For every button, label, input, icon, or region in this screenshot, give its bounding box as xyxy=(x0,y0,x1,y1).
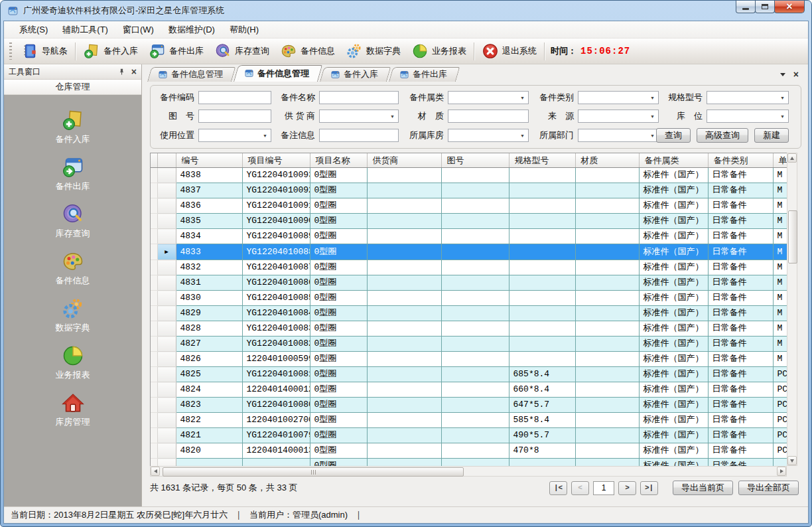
menu-item-1[interactable]: 辅助工具(T) xyxy=(55,22,115,38)
form-field-0-1[interactable] xyxy=(319,91,399,104)
table-row[interactable]: 4828YG122040100830型圈标准件（国产）日常备件M xyxy=(151,321,787,337)
menu-item-0[interactable]: 系统(S) xyxy=(12,22,55,38)
column-header-7[interactable]: 备件属类 xyxy=(639,153,708,168)
sidebar-item-gears[interactable]: 数据字典 xyxy=(27,297,119,334)
scroll-up-icon[interactable] xyxy=(787,153,797,163)
form-field-0-0[interactable] xyxy=(198,91,271,104)
horizontal-scrollbar[interactable] xyxy=(150,466,787,477)
row-selector-cell[interactable] xyxy=(157,459,176,467)
toolbar-item-exit[interactable]: 退出系统 xyxy=(476,40,542,62)
toolbar-item-part-in[interactable]: 备件入库 xyxy=(78,40,143,62)
table-row[interactable]: 0型圈标准件（国产）日常备件 xyxy=(151,459,787,467)
form-combo-1-4[interactable] xyxy=(707,110,789,123)
close-button[interactable]: × xyxy=(774,1,805,13)
export-current-page-button[interactable]: 导出当前页 xyxy=(673,481,733,495)
minimize-button[interactable] xyxy=(736,1,756,13)
table-row[interactable]: 4831YG122040100860型圈标准件（国产）日常备件M xyxy=(151,275,787,291)
row-selector-cell[interactable] xyxy=(157,260,176,275)
maximize-button[interactable] xyxy=(755,1,775,13)
column-header-3[interactable]: 供货商 xyxy=(367,153,441,168)
row-selector-cell[interactable] xyxy=(157,214,176,229)
table-row[interactable]: 482012204014000130型圈470*8标准件（国产）日常备件PC xyxy=(151,443,787,459)
row-selector-cell[interactable] xyxy=(157,168,176,183)
column-header-2[interactable]: 项目名称 xyxy=(310,153,367,168)
table-row[interactable]: 4827YG122040100820型圈标准件（国产）日常备件M xyxy=(151,337,787,352)
form-combo-1-1[interactable] xyxy=(319,110,399,123)
table-row[interactable]: 4833YG122040100880型圈标准件（国产）日常备件M xyxy=(151,244,787,260)
sidebar-item-pie[interactable]: 业务报表 xyxy=(27,344,119,381)
form-field-1-0[interactable] xyxy=(198,110,271,123)
table-row[interactable]: 4836YG122040100910型圈标准件（国产）日常备件M xyxy=(151,198,787,214)
form-combo-2-3[interactable] xyxy=(578,129,659,142)
table-row[interactable]: 4832YG122040100870型圈标准件（国产）日常备件M xyxy=(151,260,787,275)
pin-icon[interactable] xyxy=(117,68,126,76)
table-row[interactable]: 482212204010027000型圈585*8.4标准件（国产）日常备件PC xyxy=(151,413,787,428)
row-selector-cell[interactable] xyxy=(157,413,176,428)
column-header-9[interactable]: 单位 xyxy=(773,153,787,168)
export-all-pages-button[interactable]: 导出全部页 xyxy=(738,481,799,495)
new-button[interactable]: 新建 xyxy=(754,128,789,143)
scroll-right-icon[interactable] xyxy=(777,467,786,476)
menu-item-2[interactable]: 窗口(W) xyxy=(115,22,161,38)
sidebar-item-palette[interactable]: 备件信息 xyxy=(27,250,119,287)
row-selector-cell[interactable] xyxy=(157,382,176,398)
table-row[interactable]: 4837YG122040100920型圈标准件（国产）日常备件M xyxy=(151,183,787,198)
form-combo-2-2[interactable] xyxy=(448,129,529,142)
menu-item-3[interactable]: 数据维护(D) xyxy=(161,22,222,38)
first-page-button[interactable]: |< xyxy=(549,481,567,495)
row-selector-cell[interactable] xyxy=(157,198,176,214)
form-field-1-2[interactable] xyxy=(448,110,529,123)
row-selector-cell[interactable] xyxy=(157,367,176,382)
tab-list-dropdown-icon[interactable] xyxy=(780,73,785,76)
query-button[interactable]: 查询 xyxy=(656,128,691,143)
toolbar-item-palette[interactable]: 备件信息 xyxy=(275,40,340,62)
row-selector-cell[interactable] xyxy=(157,229,176,244)
row-selector-cell[interactable] xyxy=(157,183,176,198)
scroll-down-icon[interactable] xyxy=(787,456,797,465)
tab-close-icon[interactable]: × xyxy=(793,71,799,78)
toolbar-item-pie[interactable]: 业务报表 xyxy=(406,40,472,62)
form-combo-1-3[interactable] xyxy=(578,110,659,123)
tab-0[interactable]: 备件信息管理 xyxy=(147,67,232,82)
next-page-button[interactable]: > xyxy=(618,481,636,495)
tab-1[interactable]: 备件信息管理 xyxy=(234,65,318,82)
table-row[interactable]: 482412204014000120型圈660*8.4标准件（国产）日常备件PC xyxy=(151,382,787,398)
table-row[interactable]: 4834YG122040100890型圈标准件（国产）日常备件M xyxy=(151,229,787,244)
table-row[interactable]: 4823YG122040100800型圈647*5.7标准件（国产）日常备件PC xyxy=(151,398,787,413)
scroll-left-icon[interactable] xyxy=(151,467,160,476)
sidebar-item-home[interactable]: 库房管理 xyxy=(27,391,119,428)
table-row[interactable]: 4821YG122040100790型圈490*5.7标准件（国产）日常备件PC xyxy=(151,428,787,443)
tab-2[interactable]: 备件入库 xyxy=(320,67,387,82)
row-selector-cell[interactable] xyxy=(157,352,176,367)
toolbar-item-gears[interactable]: 数据字典 xyxy=(340,40,406,62)
table-row[interactable]: 4830YG122040100850型圈标准件（国产）日常备件M xyxy=(151,291,787,306)
sidebar-item-search[interactable]: 库存查询 xyxy=(27,202,119,240)
row-selector-cell[interactable] xyxy=(157,398,176,413)
row-selector-cell[interactable] xyxy=(157,428,176,443)
column-header-0[interactable]: 编号 xyxy=(176,153,242,168)
sidebar-item-part-out[interactable]: 备件出库 xyxy=(27,155,119,192)
column-header-6[interactable]: 材质 xyxy=(575,153,639,168)
form-combo-0-4[interactable] xyxy=(707,91,789,104)
row-selector-cell[interactable] xyxy=(157,337,176,352)
row-selector-cell[interactable] xyxy=(157,321,176,337)
prev-page-button[interactable]: < xyxy=(571,481,589,495)
row-selector-cell[interactable] xyxy=(157,443,176,459)
form-field-2-1[interactable] xyxy=(319,129,399,142)
form-combo-0-2[interactable] xyxy=(448,91,529,104)
column-header-8[interactable]: 备件类别 xyxy=(708,153,773,168)
column-header-5[interactable]: 规格型号 xyxy=(509,153,575,168)
table-row[interactable]: 482612204010005990型圈标准件（国产）日常备件M xyxy=(151,352,787,367)
row-selector-cell[interactable] xyxy=(157,244,176,260)
table-row[interactable]: 4825YG122040100810型圈685*8.4标准件（国产）日常备件PC xyxy=(151,367,787,382)
toolbar-grip[interactable] xyxy=(9,42,12,60)
toolbar-item-search[interactable]: 库存查询 xyxy=(209,40,275,62)
sidebar-item-part-in[interactable]: 备件入库 xyxy=(27,108,119,145)
tab-3[interactable]: 备件出库 xyxy=(389,67,456,82)
table-row[interactable]: 4835YG122040100900型圈标准件（国产）日常备件M xyxy=(151,214,787,229)
row-selector-cell[interactable] xyxy=(157,275,176,291)
table-row[interactable]: 4829YG122040100840型圈标准件（国产）日常备件M xyxy=(151,306,787,321)
horizontal-scroll-thumb[interactable] xyxy=(163,467,464,477)
page-number-input[interactable] xyxy=(593,481,614,495)
toolbar-item-book[interactable]: 导航条 xyxy=(16,40,73,62)
